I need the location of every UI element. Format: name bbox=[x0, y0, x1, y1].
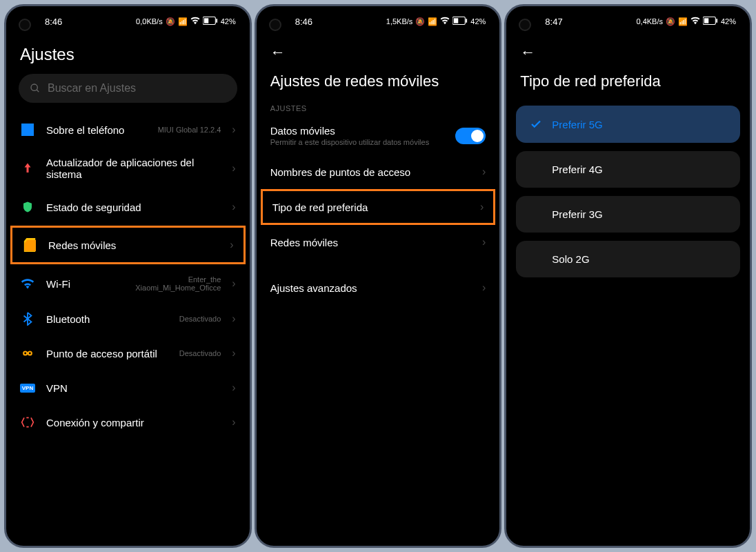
option-label: Preferir 3G bbox=[552, 208, 602, 220]
svg-point-3 bbox=[31, 84, 37, 90]
hotspot-icon bbox=[20, 346, 35, 361]
header: ← bbox=[257, 31, 500, 70]
status-right: 0,0KB/s 🔕 📶 42% bbox=[136, 16, 236, 27]
option-prefer-4g[interactable]: Preferir 4G bbox=[516, 151, 740, 188]
phone-screen-preferred-network-type: 8:47 0,4KB/s 🔕 📶 42% ← Tipo de red prefe… bbox=[504, 4, 752, 548]
option-only-2g[interactable]: Solo 2G bbox=[516, 241, 740, 277]
camera-notch bbox=[19, 19, 31, 31]
wifi-icon bbox=[440, 16, 450, 27]
setting-apn[interactable]: Nombres de puntos de acceso › bbox=[257, 156, 500, 188]
status-battery: 42% bbox=[470, 17, 486, 26]
status-battery: 42% bbox=[721, 17, 736, 26]
setting-mobile-networks[interactable]: Redes móviles › bbox=[257, 226, 500, 258]
item-label: Datos móviles bbox=[270, 125, 445, 137]
chevron-right-icon: › bbox=[232, 124, 235, 136]
chevron-right-icon: › bbox=[232, 162, 235, 175]
settings-item-wifi[interactable]: Wi-Fi Enter_the Xiaomi_Mi_Home_Oficce › bbox=[6, 266, 250, 302]
share-icon bbox=[20, 415, 35, 430]
option-prefer-3g[interactable]: Preferir 3G bbox=[516, 196, 740, 233]
status-right: 1,5KB/s 🔕 📶 42% bbox=[386, 16, 486, 27]
chevron-right-icon: › bbox=[232, 416, 235, 428]
settings-item-system-updater[interactable]: Actualizador de aplicaciones del sistema… bbox=[6, 147, 250, 190]
section-label: AJUSTES bbox=[257, 97, 500, 115]
chevron-right-icon: › bbox=[480, 201, 484, 213]
shield-icon bbox=[20, 199, 35, 215]
item-label: Conexión y compartir bbox=[46, 417, 221, 428]
phone-screen-settings: 8:46 0,0KB/s 🔕 📶 42% Ajustes Buscar en A… bbox=[4, 4, 252, 548]
item-label: Ajustes avanzados bbox=[270, 282, 471, 294]
search-input[interactable]: Buscar en Ajustes bbox=[19, 74, 237, 103]
signal-icon: 📶 bbox=[428, 17, 437, 26]
mute-icon: 🔕 bbox=[666, 17, 675, 26]
status-right: 0,4KB/s 🔕 📶 42% bbox=[636, 16, 736, 27]
back-button[interactable]: ← bbox=[520, 43, 535, 61]
settings-item-vpn[interactable]: VPN VPN › bbox=[6, 371, 250, 405]
back-button[interactable]: ← bbox=[270, 43, 286, 61]
bluetooth-icon bbox=[20, 311, 35, 326]
svg-rect-2 bbox=[216, 19, 217, 23]
check-icon bbox=[530, 118, 542, 130]
svg-rect-13 bbox=[716, 19, 717, 23]
battery-icon bbox=[203, 17, 218, 26]
status-bar: 8:46 0,0KB/s 🔕 📶 42% bbox=[6, 6, 250, 31]
battery-icon bbox=[452, 17, 468, 26]
item-label: Punto de acceso portátil bbox=[46, 348, 168, 359]
settings-item-hotspot[interactable]: Punto de acceso portátil Desactivado › bbox=[6, 336, 250, 371]
about-phone-icon bbox=[20, 122, 35, 137]
item-label: Sobre el teléfono bbox=[46, 124, 147, 136]
item-label: Tipo de red preferida bbox=[272, 201, 469, 213]
chevron-right-icon: › bbox=[232, 201, 235, 213]
camera-notch bbox=[269, 19, 281, 31]
chevron-right-icon: › bbox=[482, 282, 486, 294]
option-label: Solo 2G bbox=[552, 253, 589, 265]
status-time: 8:46 bbox=[295, 17, 312, 27]
option-label: Preferir 4G bbox=[552, 164, 602, 175]
wifi-icon bbox=[690, 16, 700, 27]
settings-item-security-status[interactable]: Estado de seguridad › bbox=[6, 190, 250, 224]
signal-icon: 📶 bbox=[178, 17, 188, 26]
item-label: Redes móviles bbox=[270, 237, 471, 248]
search-icon bbox=[30, 83, 41, 94]
mute-icon: 🔕 bbox=[415, 17, 425, 26]
option-label: Preferir 5G bbox=[552, 119, 602, 130]
page-title: Tipo de red preferida bbox=[506, 70, 750, 101]
chevron-right-icon: › bbox=[232, 347, 235, 359]
page-title: Ajustes de redes móviles bbox=[257, 70, 500, 97]
item-value: Desactivado bbox=[179, 349, 221, 357]
settings-item-bluetooth[interactable]: Bluetooth Desactivado › bbox=[6, 302, 250, 336]
wifi-icon bbox=[20, 276, 35, 291]
chevron-right-icon: › bbox=[232, 313, 235, 325]
page-title: Ajustes bbox=[6, 31, 250, 74]
chevron-right-icon: › bbox=[482, 166, 486, 178]
status-bar: 8:46 1,5KB/s 🔕 📶 42% bbox=[257, 6, 500, 31]
item-value: Enter_the Xiaomi_Mi_Home_Oficce bbox=[135, 275, 221, 292]
svg-rect-5 bbox=[21, 124, 34, 136]
status-battery: 42% bbox=[221, 17, 236, 26]
item-label: Bluetooth bbox=[46, 313, 168, 325]
vpn-icon: VPN bbox=[20, 380, 35, 395]
chevron-right-icon: › bbox=[482, 236, 486, 248]
battery-icon bbox=[703, 17, 718, 26]
setting-preferred-network-type[interactable]: Tipo de red preferida › bbox=[261, 189, 496, 225]
settings-item-mobile-networks[interactable]: Redes móviles › bbox=[10, 226, 246, 264]
status-data-rate: 1,5KB/s bbox=[386, 17, 413, 26]
svg-rect-1 bbox=[203, 18, 208, 23]
mobile-data-toggle[interactable] bbox=[455, 128, 486, 144]
item-label: Actualizador de aplicaciones del sistema bbox=[46, 157, 221, 180]
status-time: 8:46 bbox=[45, 17, 62, 27]
chevron-right-icon: › bbox=[232, 277, 235, 290]
setting-mobile-data[interactable]: Datos móviles Permitir a este dispositiv… bbox=[257, 115, 500, 156]
setting-advanced[interactable]: Ajustes avanzados › bbox=[257, 272, 500, 304]
item-value: MIUI Global 12.2.4 bbox=[158, 126, 221, 134]
status-bar: 8:47 0,4KB/s 🔕 📶 42% bbox=[506, 6, 750, 31]
svg-rect-9 bbox=[454, 18, 458, 23]
settings-item-connection-share[interactable]: Conexión y compartir › bbox=[6, 405, 250, 440]
item-label: Nombres de puntos de acceso bbox=[270, 166, 471, 178]
chevron-right-icon: › bbox=[230, 239, 233, 251]
mute-icon: 🔕 bbox=[166, 17, 175, 26]
svg-line-4 bbox=[37, 90, 39, 92]
option-prefer-5g[interactable]: Preferir 5G bbox=[516, 106, 740, 143]
chevron-right-icon: › bbox=[232, 382, 235, 394]
item-desc: Permitir a este dispositivo utilizar dat… bbox=[270, 138, 445, 146]
settings-item-about-phone[interactable]: Sobre el teléfono MIUI Global 12.2.4 › bbox=[6, 112, 250, 147]
